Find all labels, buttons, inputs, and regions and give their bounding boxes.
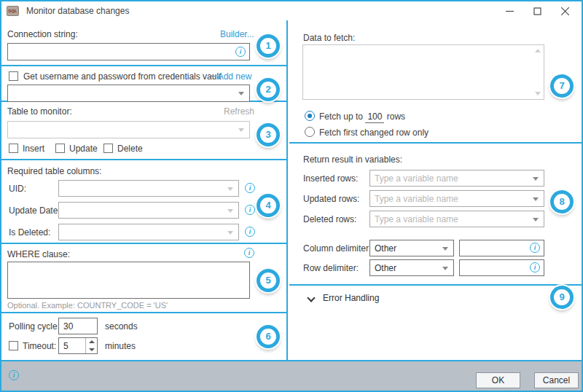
info-icon[interactable] bbox=[530, 262, 540, 273]
step-badge-6: 6 bbox=[257, 325, 280, 348]
step-badge-1: 1 bbox=[257, 34, 280, 58]
step-badge-5: 5 bbox=[257, 269, 280, 292]
table-to-monitor-label: Table to monitor: bbox=[7, 106, 72, 117]
fetch-up-to-radio[interactable] bbox=[305, 111, 315, 121]
chevron-down-icon[interactable] bbox=[533, 218, 539, 222]
timeout-stepper bbox=[58, 337, 98, 354]
column-delimiter-label: Column delimiter: bbox=[303, 243, 371, 254]
table-dropdown bbox=[7, 121, 250, 138]
footer-info-icon[interactable] bbox=[9, 370, 19, 380]
polling-cycle-field bbox=[58, 318, 98, 334]
inserted-rows-label: Inserted rows: bbox=[303, 173, 358, 184]
column-divider bbox=[286, 20, 288, 360]
info-icon[interactable] bbox=[245, 183, 255, 193]
credentials-vault-label: Get username and password from credentia… bbox=[23, 71, 221, 82]
where-clause-field bbox=[7, 262, 250, 299]
connection-string-input[interactable] bbox=[7, 43, 250, 60]
row-count-input[interactable] bbox=[365, 111, 384, 123]
column-delimiter-dropdown bbox=[369, 240, 454, 256]
is-deleted-dropdown bbox=[58, 224, 239, 240]
timeout-label: Timeout: bbox=[23, 341, 56, 351]
chevron-down-icon[interactable] bbox=[533, 177, 539, 181]
inserted-rows-input[interactable] bbox=[369, 170, 544, 187]
chevron-down-icon[interactable] bbox=[533, 197, 539, 201]
insert-checkbox[interactable] bbox=[9, 144, 18, 153]
info-icon[interactable] bbox=[530, 243, 540, 253]
ok-button[interactable]: OK bbox=[476, 372, 520, 388]
step-badge-7: 7 bbox=[550, 74, 574, 98]
update-date-label: Update Date: bbox=[9, 205, 60, 216]
chevron-down-icon[interactable] bbox=[227, 187, 233, 191]
section-divider bbox=[1, 312, 286, 313]
section-divider bbox=[1, 65, 286, 66]
collapse-chevron-icon[interactable] bbox=[307, 294, 315, 302]
row-delimiter-select[interactable] bbox=[369, 259, 454, 276]
add-new-credential-link[interactable]: + Add new bbox=[211, 71, 251, 82]
deleted-rows-dropdown bbox=[369, 211, 544, 227]
refresh-link[interactable]: Refresh bbox=[224, 106, 254, 117]
is-deleted-dropdown-input[interactable] bbox=[58, 224, 239, 240]
delete-checkbox[interactable] bbox=[103, 144, 113, 153]
data-to-fetch-label: Data to fetch: bbox=[303, 33, 355, 43]
where-clause-textarea[interactable] bbox=[7, 262, 250, 299]
fetch-first-label: Fetch first changed row only bbox=[319, 128, 429, 138]
info-icon[interactable] bbox=[235, 47, 246, 57]
where-clause-label: WHERE clause: bbox=[7, 249, 70, 259]
sql-app-icon: SQL bbox=[7, 6, 19, 16]
fetch-first-radio[interactable] bbox=[305, 127, 315, 137]
chevron-down-icon[interactable] bbox=[442, 267, 448, 270]
update-checkbox[interactable] bbox=[55, 144, 65, 153]
fetch-up-to-suffix: rows bbox=[387, 111, 405, 122]
scroll-up-icon[interactable] bbox=[535, 49, 541, 52]
chevron-down-icon[interactable] bbox=[238, 92, 244, 95]
spinner-buttons bbox=[85, 338, 97, 353]
cancel-button[interactable]: Cancel bbox=[534, 372, 579, 388]
footer-bar: OK Cancel bbox=[1, 361, 582, 391]
minimize-icon[interactable] bbox=[496, 1, 523, 20]
window-title: Monitor database changes bbox=[26, 6, 129, 16]
updated-rows-label: Updated rows: bbox=[303, 194, 359, 204]
uid-dropdown-input[interactable] bbox=[58, 180, 239, 197]
info-icon[interactable] bbox=[244, 248, 254, 258]
monitor-database-changes-dialog: SQL Monitor database changes Connection … bbox=[0, 0, 583, 392]
update-label: Update bbox=[69, 144, 98, 154]
credential-dropdown-input[interactable] bbox=[7, 85, 250, 102]
chevron-down-icon[interactable] bbox=[238, 128, 244, 132]
info-icon[interactable] bbox=[245, 205, 255, 215]
section-divider bbox=[289, 284, 582, 286]
chevron-down-icon[interactable] bbox=[227, 209, 233, 213]
scroll-down-icon[interactable] bbox=[535, 92, 541, 95]
insert-label: Insert bbox=[23, 144, 44, 154]
updated-rows-input[interactable] bbox=[369, 190, 544, 207]
maximize-icon[interactable] bbox=[523, 1, 551, 20]
column-delimiter-custom-field bbox=[459, 240, 544, 256]
required-columns-label: Required table columns: bbox=[7, 166, 101, 176]
row-delimiter-custom-field bbox=[459, 259, 544, 276]
table-dropdown-input[interactable] bbox=[7, 121, 250, 138]
connection-string-field bbox=[7, 43, 250, 60]
polling-cycle-input[interactable] bbox=[58, 318, 98, 334]
row-delimiter-label: Row delimiter: bbox=[303, 263, 359, 273]
timeout-checkbox[interactable] bbox=[9, 341, 18, 350]
is-deleted-label: Is Deleted: bbox=[9, 227, 50, 238]
error-handling-header[interactable]: Error Handling bbox=[323, 293, 379, 303]
data-to-fetch-textarea[interactable] bbox=[302, 44, 544, 100]
column-delimiter-select[interactable] bbox=[369, 240, 454, 256]
spin-down-icon[interactable] bbox=[86, 346, 97, 354]
chevron-down-icon[interactable] bbox=[442, 247, 448, 251]
updated-rows-dropdown bbox=[369, 190, 544, 207]
step-badge-9: 9 bbox=[550, 286, 574, 309]
chevron-down-icon[interactable] bbox=[227, 231, 233, 235]
spin-up-icon[interactable] bbox=[86, 338, 97, 346]
close-icon[interactable] bbox=[551, 1, 579, 20]
credential-dropdown bbox=[7, 85, 250, 102]
return-variables-label: Return result in variables: bbox=[303, 154, 402, 165]
step-badge-3: 3 bbox=[257, 123, 280, 146]
where-clause-hint: Optional. Example: COUNTRY_CODE = 'US' bbox=[7, 301, 168, 310]
uid-label: UID: bbox=[9, 184, 26, 194]
update-date-dropdown-input[interactable] bbox=[58, 202, 239, 219]
credentials-vault-checkbox[interactable] bbox=[9, 71, 18, 81]
info-icon[interactable] bbox=[245, 227, 255, 237]
builder-link[interactable]: Builder... bbox=[220, 29, 254, 39]
deleted-rows-input[interactable] bbox=[369, 211, 544, 227]
